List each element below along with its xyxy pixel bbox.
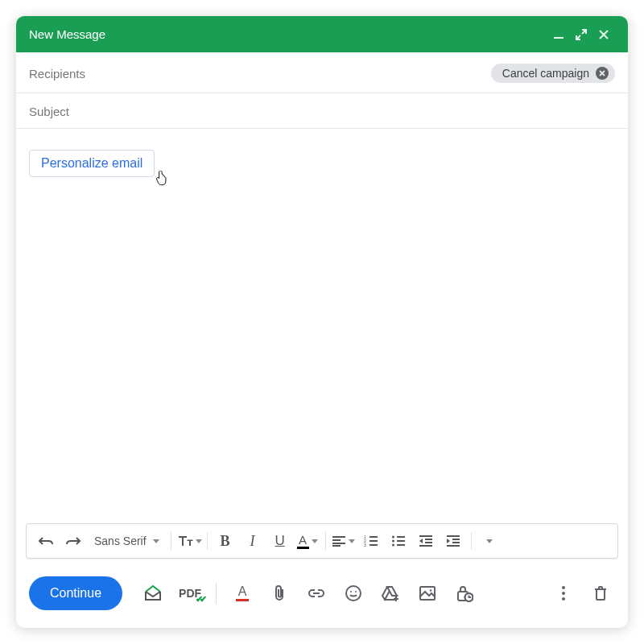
bulleted-list-button[interactable] — [386, 529, 411, 553]
link-icon — [308, 588, 325, 599]
svg-point-15 — [562, 586, 565, 589]
indent-less-button[interactable] — [413, 529, 439, 553]
format-toolbar: Sans Serif B I U A 123 — [26, 523, 618, 559]
chip-remove-icon[interactable] — [596, 67, 609, 80]
expand-button[interactable] — [570, 29, 592, 40]
separator — [325, 532, 326, 550]
insert-photo-button[interactable] — [413, 579, 442, 608]
font-family-select[interactable]: Sans Serif — [88, 535, 166, 547]
insert-drive-button[interactable] — [376, 579, 405, 608]
open-envelope-icon — [143, 584, 163, 602]
svg-point-7 — [346, 586, 361, 601]
svg-point-6 — [392, 544, 394, 547]
svg-point-5 — [392, 540, 394, 543]
compose-window: New Message Recipients Cancel campaign S… — [16, 16, 628, 628]
separator — [471, 532, 472, 550]
svg-point-16 — [562, 592, 565, 595]
svg-point-4 — [392, 536, 394, 539]
insert-link-button[interactable] — [302, 579, 331, 608]
separator — [171, 532, 171, 550]
formatting-options-button[interactable]: A — [228, 579, 257, 608]
text-color-button[interactable]: A — [295, 529, 320, 553]
redo-icon — [65, 535, 81, 547]
more-formatting-button[interactable] — [477, 529, 502, 553]
discard-draft-button[interactable] — [586, 579, 615, 608]
schedule-send-button[interactable] — [450, 579, 479, 608]
svg-point-11 — [430, 589, 432, 592]
chevron-down-icon — [349, 539, 355, 543]
chevron-down-icon — [486, 539, 493, 543]
paperclip-icon — [271, 584, 287, 602]
align-button[interactable] — [331, 529, 357, 553]
drive-plus-icon — [381, 585, 400, 601]
minimize-icon — [553, 29, 564, 40]
separator — [207, 532, 208, 550]
minimize-button[interactable] — [547, 29, 570, 40]
font-size-button[interactable] — [176, 529, 202, 553]
emoji-icon — [345, 584, 362, 602]
recipients-label: Recipients — [29, 67, 85, 80]
cancel-campaign-chip[interactable]: Cancel campaign — [491, 64, 615, 83]
svg-rect-0 — [554, 37, 564, 39]
redo-button[interactable] — [60, 529, 86, 553]
text-format-icon: A — [236, 585, 249, 601]
pdf-icon: PDF ✔✔ — [179, 587, 201, 600]
expand-icon — [576, 29, 587, 40]
indent-more-icon — [446, 535, 460, 547]
pdf-button[interactable]: PDF ✔✔ — [175, 579, 204, 608]
attach-file-button[interactable] — [265, 579, 294, 608]
svg-point-9 — [355, 591, 357, 592]
subject-row[interactable]: Subject — [16, 93, 628, 129]
send-tracking-button[interactable] — [138, 579, 167, 608]
lock-clock-icon — [456, 584, 473, 602]
compose-body[interactable]: Personalize email — [16, 129, 628, 523]
close-icon — [598, 29, 609, 40]
font-size-icon — [176, 534, 194, 548]
continue-button[interactable]: Continue — [29, 576, 122, 610]
numbered-list-button[interactable]: 123 — [358, 529, 384, 553]
svg-text:3: 3 — [364, 543, 366, 547]
indent-more-button[interactable] — [440, 529, 466, 553]
chevron-down-icon — [153, 539, 159, 543]
italic-button[interactable]: I — [240, 529, 266, 553]
indent-less-icon — [419, 535, 433, 547]
text-color-icon: A — [297, 534, 309, 549]
personalize-email-button[interactable]: Personalize email — [29, 150, 155, 177]
chevron-down-icon — [312, 539, 318, 543]
svg-point-17 — [562, 597, 565, 601]
trash-icon — [593, 585, 608, 601]
insert-emoji-button[interactable] — [339, 579, 368, 608]
recipients-row[interactable]: Recipients Cancel campaign — [16, 52, 628, 93]
bottom-toolbar: Continue PDF ✔✔ A — [16, 564, 628, 628]
svg-point-8 — [350, 591, 352, 592]
titlebar: New Message — [16, 16, 628, 52]
bold-button[interactable]: B — [213, 529, 238, 553]
chip-label: Cancel campaign — [502, 67, 589, 80]
numbered-list-icon: 123 — [364, 535, 378, 547]
align-left-icon — [332, 535, 346, 547]
undo-icon — [38, 535, 54, 547]
more-options-button[interactable] — [549, 579, 578, 608]
chevron-down-icon — [196, 539, 202, 543]
kebab-icon — [561, 585, 566, 601]
bulleted-list-icon — [391, 535, 406, 547]
image-icon — [419, 585, 436, 601]
subject-label: Subject — [29, 105, 69, 118]
underline-button[interactable]: U — [267, 529, 293, 553]
cursor-pointer-icon — [153, 171, 169, 188]
undo-button[interactable] — [33, 529, 59, 553]
window-title: New Message — [29, 27, 547, 41]
close-button[interactable] — [592, 29, 615, 40]
separator — [216, 583, 217, 604]
font-name: Sans Serif — [94, 535, 147, 547]
